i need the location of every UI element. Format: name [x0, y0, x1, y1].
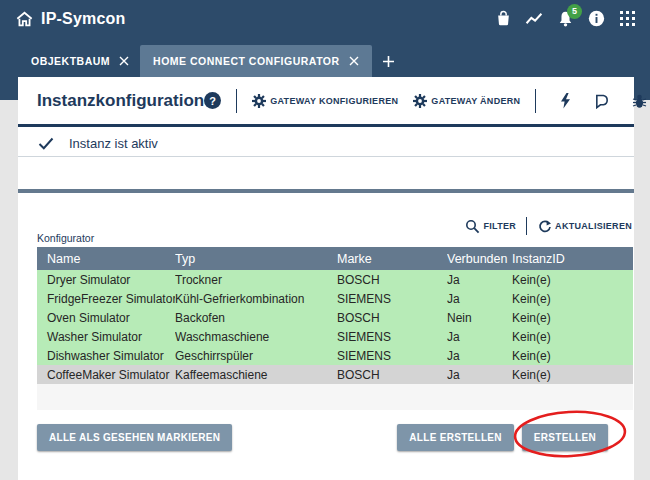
configurator-label: Konfigurator [37, 232, 94, 244]
table-cell[interactable]: SIEMENS [337, 349, 447, 363]
table-cell[interactable]: Trockner [175, 273, 337, 287]
action-buttons: ALLE ALS GESEHEN MARKIEREN ALLE ERSTELLE… [37, 424, 633, 451]
bug-icon[interactable] [631, 93, 647, 109]
table-cell[interactable]: Ja [447, 292, 512, 306]
gateway-change-label: GATEWAY ÄNDERN [431, 96, 520, 106]
search-icon [465, 219, 480, 234]
table-cell[interactable]: Kein(e) [512, 330, 633, 344]
section-divider [18, 189, 634, 193]
tab-home-connect-configurator[interactable]: HOME CONNECT CONFIGURATOR [140, 45, 372, 77]
table-cell[interactable]: Kein(e) [512, 273, 633, 287]
table-tools: FILTER AKTUALISIEREN [465, 215, 632, 237]
table-cell[interactable]: Kein(e) [512, 311, 633, 325]
toolbar-actions: ? GATEWAY KONFIGURIEREN GATEWAY ÄNDERN [204, 89, 647, 113]
table-cell[interactable]: Kein(e) [512, 368, 633, 382]
table-cell[interactable]: Nein [447, 311, 512, 325]
table-cell[interactable]: Waschmaschiene [175, 330, 337, 344]
table-cell[interactable]: SIEMENS [337, 292, 447, 306]
table-row[interactable]: Dishwasher SimulatorGeschirrspülerSIEMEN… [37, 346, 633, 365]
topbar: IP-Symcon 5 [0, 0, 650, 37]
table-row[interactable]: FridgeFreezer SimulatorKühl-Gefrierkombi… [37, 289, 633, 308]
table-cell[interactable]: BOSCH [337, 273, 447, 287]
table-cell[interactable]: BOSCH [337, 368, 447, 382]
page-title: Instanzkonfiguration [37, 91, 204, 111]
table-cell[interactable]: Dryer Simulator [37, 273, 175, 287]
topbar-icons: 5 [494, 10, 636, 28]
column-header: Marke [337, 252, 447, 266]
refresh-label: AKTUALISIEREN [555, 221, 632, 231]
tools-separator [526, 217, 527, 235]
table-cell[interactable]: Washer Simulator [37, 330, 175, 344]
table-empty-area [37, 384, 633, 410]
gear-icon [413, 94, 427, 108]
tab-objektbaum[interactable]: OBJEKTBAUM [20, 45, 140, 77]
table-cell[interactable]: Oven Simulator [37, 311, 175, 325]
table-cell[interactable]: SIEMENS [337, 330, 447, 344]
tab-label: HOME CONNECT CONFIGURATOR [153, 55, 340, 67]
app-logo: IP-Symcon [15, 10, 126, 28]
toolbar-separator [535, 89, 536, 113]
table-cell[interactable]: Ja [447, 349, 512, 363]
tab-bar: OBJEKTBAUM HOME CONNECT CONFIGURATOR [0, 37, 650, 77]
refresh-button[interactable]: AKTUALISIEREN [537, 219, 632, 234]
table-cell[interactable]: Kaffeemaschiene [175, 368, 337, 382]
gear-icon [252, 94, 266, 108]
status-row: Instanz ist aktiv [18, 130, 634, 157]
table-cell[interactable]: FridgeFreezer Simulator [37, 292, 175, 306]
filter-button[interactable]: FILTER [465, 219, 516, 234]
toolbar-separator [236, 89, 237, 113]
notification-badge: 5 [567, 4, 582, 19]
table-cell[interactable]: Ja [447, 368, 512, 382]
content-card: Instanzkonfiguration ? GATEWAY KONFIGURI… [18, 77, 634, 480]
app-title: IP-Symcon [41, 10, 126, 28]
chart-icon[interactable] [525, 10, 543, 28]
table-cell[interactable]: Kein(e) [512, 292, 633, 306]
tab-label: OBJEKTBAUM [31, 55, 110, 67]
status-label: Instanz ist aktiv [69, 136, 158, 151]
configurator-table: NameTypMarkeVerbundenInstanzID Dryer Sim… [37, 247, 633, 410]
message-bubble-icon[interactable] [594, 93, 610, 109]
apps-grid-icon[interactable] [618, 10, 636, 28]
table-cell[interactable]: CoffeeMaker Simulator [37, 368, 175, 382]
table-cell[interactable]: Kein(e) [512, 349, 633, 363]
help-icon[interactable]: ? [204, 92, 221, 109]
table-cell[interactable]: Geschirrspüler [175, 349, 337, 363]
basket-icon[interactable] [494, 10, 512, 28]
instance-toolbar: Instanzkonfiguration ? GATEWAY KONFIGURI… [18, 77, 634, 127]
close-icon[interactable] [119, 56, 129, 66]
column-header: Typ [175, 252, 337, 266]
table-row[interactable]: Washer SimulatorWaschmaschieneSIEMENSJaK… [37, 327, 633, 346]
table-row[interactable]: CoffeeMaker SimulatorKaffeemaschieneBOSC… [37, 365, 633, 384]
column-header: InstanzID [512, 252, 633, 266]
column-header: Verbunden [447, 252, 512, 266]
table-cell[interactable]: Dishwasher Simulator [37, 349, 175, 363]
table-row[interactable]: Dryer SimulatorTrocknerBOSCHJaKein(e) [37, 270, 633, 289]
close-icon[interactable] [349, 56, 359, 66]
bell-icon[interactable]: 5 [556, 10, 574, 28]
home-icon [15, 10, 34, 28]
create-all-button[interactable]: ALLE ERSTELLEN [397, 424, 514, 451]
mark-all-seen-button[interactable]: ALLE ALS GESEHEN MARKIEREN [37, 424, 232, 451]
table-row[interactable]: Oven SimulatorBackofenBOSCHNeinKein(e) [37, 308, 633, 327]
table-cell[interactable]: BOSCH [337, 311, 447, 325]
filter-label: FILTER [483, 221, 516, 231]
gateway-configure-button[interactable]: GATEWAY KONFIGURIEREN [252, 94, 398, 108]
gateway-change-button[interactable]: GATEWAY ÄNDERN [413, 94, 520, 108]
new-tab-button[interactable] [372, 45, 405, 77]
table-cell[interactable]: Kühl-Gefrierkombination [175, 292, 337, 306]
table-body: Dryer SimulatorTrocknerBOSCHJaKein(e)Fri… [37, 270, 633, 384]
refresh-icon [537, 219, 552, 234]
table-cell[interactable]: Ja [447, 273, 512, 287]
gateway-configure-label: GATEWAY KONFIGURIEREN [270, 96, 398, 106]
info-icon[interactable] [587, 10, 605, 28]
table-cell[interactable]: Ja [447, 330, 512, 344]
create-button[interactable]: ERSTELLEN [522, 424, 608, 451]
lightning-icon[interactable] [557, 93, 573, 109]
table-header: NameTypMarkeVerbundenInstanzID [37, 247, 633, 270]
table-cell[interactable]: Backofen [175, 311, 337, 325]
check-icon [38, 137, 54, 150]
column-header: Name [37, 252, 175, 266]
